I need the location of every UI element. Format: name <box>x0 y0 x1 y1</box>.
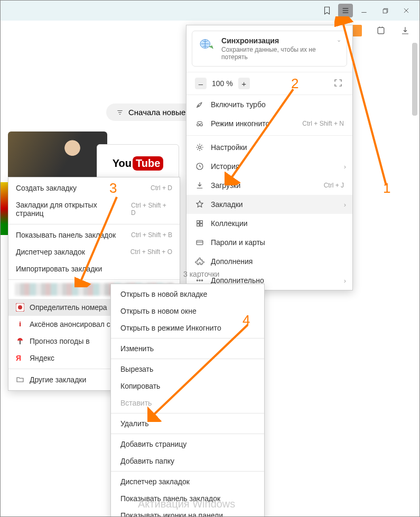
history-icon <box>195 162 204 171</box>
zoom-in-button[interactable]: + <box>238 78 250 89</box>
label: Создать закладку <box>16 184 77 192</box>
menu-addons[interactable]: Дополнения <box>186 252 352 271</box>
shortcut-text: Ctrl + D <box>151 184 172 192</box>
ctx-cut[interactable]: Вырезать <box>111 361 264 378</box>
menu-turbo[interactable]: Включить турбо <box>186 95 352 114</box>
bm-create[interactable]: Создать закладку Ctrl + D <box>8 180 180 196</box>
svg-rect-11 <box>200 224 203 227</box>
menu-bookmarks[interactable]: Закладки › <box>186 195 352 214</box>
caller-favicon <box>16 303 24 312</box>
card-icon <box>195 238 204 247</box>
bm-import[interactable]: Импортировать закладки <box>8 260 180 277</box>
label: Показывать панель закладок <box>16 231 116 239</box>
youtube-text-b: Tube <box>133 156 163 171</box>
menu-history[interactable]: История › <box>186 157 352 176</box>
ctx-add-folder[interactable]: Добавить папку <box>111 453 264 469</box>
close-button[interactable] <box>396 3 416 18</box>
menu-downloads[interactable]: Загрузки Ctrl + J <box>186 176 352 195</box>
weather-favicon <box>16 337 24 345</box>
scrollbar[interactable] <box>412 43 418 512</box>
sync-promo[interactable]: Синхронизация Сохраните данные, чтобы их… <box>192 31 347 67</box>
scrollbar-thumb[interactable] <box>412 43 417 116</box>
chevron-right-icon: › <box>344 163 346 171</box>
menu-bookmarks-label: Закладки <box>211 200 243 209</box>
menu-incognito[interactable]: Режим инкогнито Ctrl + Shift + N <box>186 114 352 133</box>
menu-settings[interactable]: Настройки <box>186 138 352 157</box>
ctx-open-incognito[interactable]: Открыть в режиме Инкогнито <box>111 319 264 336</box>
ctx-add-page[interactable]: Добавить страницу <box>111 436 264 453</box>
shortcut-text: Ctrl + Shift + O <box>130 248 172 256</box>
sync-subtitle: Сохраните данные, чтобы их не потерять <box>221 46 340 61</box>
menu-addons-label: Дополнения <box>211 257 253 266</box>
svg-rect-10 <box>197 224 200 227</box>
menu-downloads-label: Загрузки <box>211 181 240 190</box>
bm-show-panel[interactable]: Показывать панель закладок Ctrl + Shift … <box>8 227 180 243</box>
incognito-icon <box>195 119 204 128</box>
bm-manager[interactable]: Диспетчер закладок Ctrl + Shift + O <box>8 243 180 260</box>
chevron-right-icon: › <box>344 277 346 285</box>
minimize-button[interactable] <box>354 3 374 18</box>
extensions-icon[interactable] <box>374 24 388 37</box>
ctx-open-window[interactable]: Открыть в новом окне <box>111 303 264 319</box>
chevron-down-icon: ⌄ <box>337 36 341 43</box>
svg-point-13 <box>197 280 198 281</box>
ctx-open-tab[interactable]: Открыть в новой вкладке <box>111 286 264 303</box>
youtube-text-a: You <box>113 157 132 170</box>
svg-rect-9 <box>200 221 203 223</box>
shortcut-text: Ctrl + Shift + B <box>131 231 172 239</box>
sort-label: Сначала новые <box>128 108 185 117</box>
gear-icon <box>195 143 204 152</box>
favorite-icon[interactable] <box>317 3 337 18</box>
cards-count-label: 3 карточки <box>183 270 219 278</box>
sync-globe-icon <box>199 36 215 51</box>
main-menu-panel: Синхронизация Сохраните данные, чтобы их… <box>186 25 353 290</box>
hamburger-menu-button[interactable] <box>338 4 353 17</box>
label: Яндекс <box>30 354 54 362</box>
rocket-icon <box>195 100 204 109</box>
tile-photo[interactable] <box>8 131 107 182</box>
menu-passwords[interactable]: Пароли и карты <box>186 233 352 252</box>
svg-rect-12 <box>197 240 203 245</box>
menu-passwords-label: Пароли и карты <box>211 238 265 247</box>
folder-icon <box>16 375 24 384</box>
bm-create-open[interactable]: Закладки для открытых страниц Ctrl + Shi… <box>8 196 180 222</box>
separator <box>111 413 264 413</box>
collections-icon <box>195 219 204 228</box>
menu-history-label: История <box>211 162 239 171</box>
bookmark-context-menu: Открыть в новой вкладке Открыть в новом … <box>110 284 265 517</box>
menu-settings-label: Настройки <box>211 143 247 152</box>
yandex-favicon: Я <box>16 354 24 362</box>
downloads-icon[interactable] <box>398 24 412 37</box>
svg-point-17 <box>18 305 22 309</box>
zoom-out-button[interactable]: – <box>195 78 207 89</box>
shortcut-text: Ctrl + Shift + D <box>131 202 172 217</box>
ctx-bm-manager[interactable]: Диспетчер закладок <box>111 473 264 490</box>
fullscreen-icon[interactable] <box>333 78 344 89</box>
menu-turbo-label: Включить турбо <box>211 100 266 109</box>
label: Закладки для открытых страниц <box>16 201 126 218</box>
separator <box>111 471 264 472</box>
svg-point-14 <box>199 280 200 281</box>
puzzle-icon <box>195 257 204 266</box>
ctx-delete[interactable]: Удалить <box>111 415 264 432</box>
chevron-right-icon: › <box>344 201 346 209</box>
maximize-button[interactable] <box>375 3 395 18</box>
separator <box>111 359 264 359</box>
svg-rect-18 <box>20 341 21 344</box>
menu-incognito-label: Режим инкогнито <box>211 119 269 128</box>
svg-point-6 <box>199 146 201 149</box>
star-icon <box>195 200 204 209</box>
svg-point-5 <box>200 124 203 126</box>
shortcut-text: Ctrl + J <box>324 182 344 189</box>
label: Другие закладки <box>30 375 86 384</box>
menu-collections[interactable]: Коллекции <box>186 214 352 233</box>
sync-title: Синхронизация <box>221 36 340 45</box>
ctx-edit[interactable]: Изменить <box>111 340 264 357</box>
ctx-copy[interactable]: Копировать <box>111 378 264 394</box>
separator <box>8 224 180 224</box>
label: Определитель номера <box>30 303 107 312</box>
svg-point-4 <box>197 124 200 126</box>
annotation-1: 1 <box>383 180 390 196</box>
separator <box>111 434 264 434</box>
shortcut-text: Ctrl + Shift + N <box>302 120 344 127</box>
